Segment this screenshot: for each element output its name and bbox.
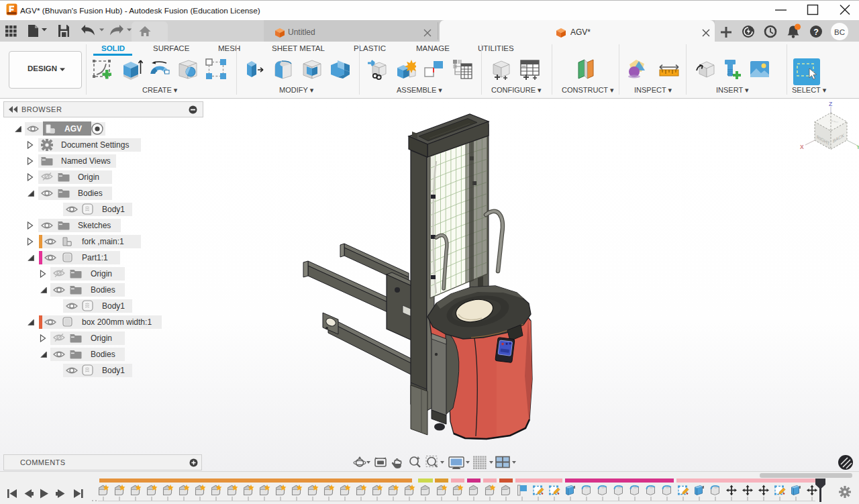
- svg-text:X: X: [800, 144, 804, 150]
- svg-text:Z: Z: [829, 101, 832, 107]
- svg-text:BC: BC: [834, 28, 845, 36]
- svg-text:?: ?: [813, 28, 819, 37]
- svg-text:Y: Y: [856, 144, 859, 150]
